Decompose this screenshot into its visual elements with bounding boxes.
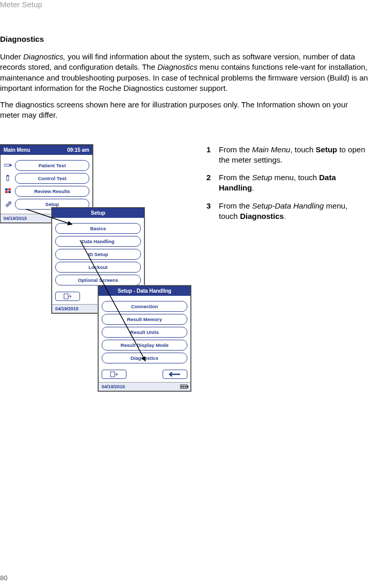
svg-rect-9 xyxy=(110,372,115,377)
screen-body: Connection Result Memory Result Units Re… xyxy=(99,296,190,368)
step-2: 2 From the Setup menu, touch Data Handli… xyxy=(206,172,368,194)
text-italic: Diagnostics, xyxy=(23,52,66,61)
wrench-icon xyxy=(4,200,13,208)
screen-bottom-row xyxy=(99,368,190,382)
screen-title: Setup xyxy=(91,210,105,216)
text: . xyxy=(252,183,254,192)
screen-body: Basics Data Handling ID Setup Lockout Op… xyxy=(52,218,144,290)
text: Under xyxy=(0,52,23,61)
logout-button[interactable] xyxy=(55,292,80,301)
step-number: 3 xyxy=(206,201,219,222)
titlebar: Setup xyxy=(52,208,144,218)
intro-paragraph-1: Under Diagnostics, you will find informa… xyxy=(0,49,368,97)
intro-paragraph-2: The diagnostics screens shown here are f… xyxy=(0,97,368,124)
screen-date: 04/19/2015 xyxy=(55,306,78,311)
text: , touch xyxy=(290,145,315,154)
svg-rect-8 xyxy=(64,294,68,299)
section-title: Diagnostics xyxy=(0,14,368,49)
svg-rect-3 xyxy=(7,175,9,176)
text-bold: Setup xyxy=(316,145,338,154)
text: From the xyxy=(219,201,252,210)
lockout-button[interactable]: Lockout xyxy=(55,262,141,273)
step-number: 2 xyxy=(206,172,219,194)
text-italic: Main Menu xyxy=(252,145,290,154)
connection-button[interactable]: Connection xyxy=(102,301,187,312)
text-italic: Setup xyxy=(252,173,272,182)
step-text: From the Setup-Data Handling menu, touch… xyxy=(219,201,368,222)
page-number: 80 xyxy=(0,574,7,582)
text-italic: Setup-Data Handling xyxy=(252,201,324,210)
svg-rect-5 xyxy=(8,188,11,190)
control-test-button[interactable]: Control Test xyxy=(15,173,89,184)
logout-button[interactable] xyxy=(102,370,126,379)
text: . xyxy=(284,212,286,220)
steps-list: 1 From the Main Menu, touch Setup to ope… xyxy=(206,145,368,229)
text: From the xyxy=(219,145,252,154)
step-text: From the Setup menu, touch Data Handling… xyxy=(219,172,368,194)
basics-button[interactable]: Basics xyxy=(55,223,141,234)
result-display-mode-button[interactable]: Result Display Mode xyxy=(102,340,187,351)
step-text: From the Main Menu, touch Setup to open … xyxy=(219,145,368,166)
screen-body: Patient Test Control Test Review Results xyxy=(1,155,92,214)
chapter-header: Meter Setup xyxy=(0,0,368,14)
bottle-icon xyxy=(4,174,13,182)
screen-date: 04/19/2015 xyxy=(102,384,125,389)
svg-rect-7 xyxy=(8,191,11,193)
diagnostics-button[interactable]: Diagnostics xyxy=(102,353,187,363)
text: menu, touch xyxy=(272,173,319,182)
titlebar: Main Menu 09:15 am xyxy=(1,145,92,155)
text-italic: Diagnostics xyxy=(157,62,198,71)
svg-rect-6 xyxy=(5,191,8,193)
step-1: 1 From the Main Menu, touch Setup to ope… xyxy=(206,145,368,166)
step-3: 3 From the Setup-Data Handling menu, tou… xyxy=(206,201,368,222)
content-row: Main Menu 09:15 am Patient Test Control … xyxy=(0,124,368,408)
titlebar: Setup - Data Handling xyxy=(99,286,190,296)
review-icon xyxy=(4,187,13,195)
patient-test-button[interactable]: Patient Test xyxy=(15,160,89,171)
back-button[interactable] xyxy=(163,370,187,379)
review-results-button[interactable]: Review Results xyxy=(15,186,89,197)
optional-screens-button[interactable]: Optional Screens xyxy=(55,275,141,285)
text: From the xyxy=(219,173,252,182)
result-memory-button[interactable]: Result Memory xyxy=(102,314,187,325)
svg-rect-1 xyxy=(9,165,12,166)
screen-date: 04/19/2015 xyxy=(4,216,27,221)
screen-data-handling: Setup - Data Handling Connection Result … xyxy=(98,285,191,391)
screen-footer: 04/19/2015 xyxy=(99,382,190,391)
data-handling-button[interactable]: Data Handling xyxy=(55,236,141,247)
screen-time: 09:15 am xyxy=(67,147,89,153)
strip-icon xyxy=(4,162,13,169)
screen-title: Main Menu xyxy=(4,147,30,153)
screenshots-group: Main Menu 09:15 am Patient Test Control … xyxy=(0,145,191,408)
step-number: 1 xyxy=(206,145,219,166)
svg-rect-2 xyxy=(7,176,9,181)
text-bold: Diagnostics xyxy=(240,212,284,220)
screen-title: Setup - Data Handling xyxy=(118,288,171,294)
svg-rect-4 xyxy=(5,188,8,190)
battery-icon xyxy=(180,385,187,389)
id-setup-button[interactable]: ID Setup xyxy=(55,249,141,260)
result-units-button[interactable]: Result Units xyxy=(102,327,187,338)
